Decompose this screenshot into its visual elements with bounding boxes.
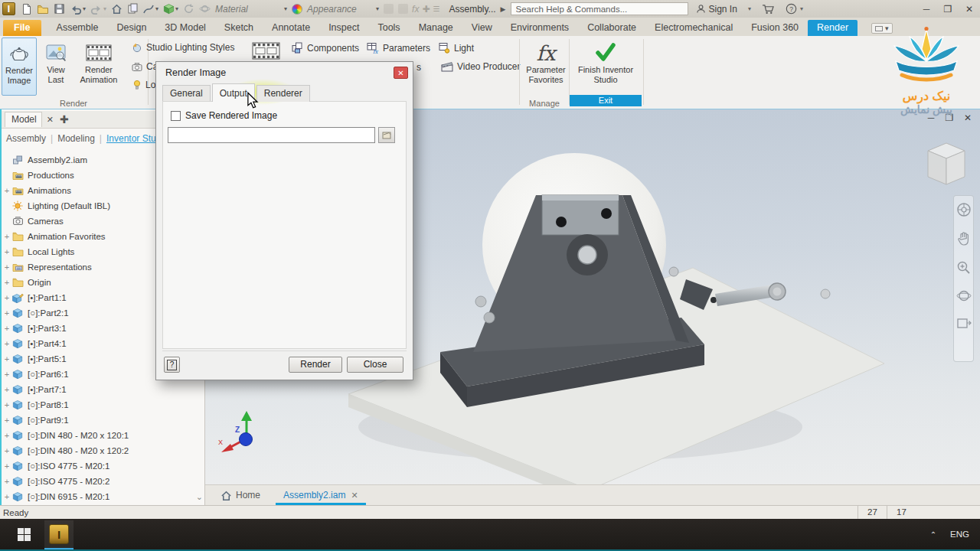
view-last-button[interactable]: View Last bbox=[38, 37, 74, 96]
tree-item[interactable]: +[•]:Part1:1 bbox=[2, 290, 67, 305]
expander-icon[interactable]: + bbox=[2, 247, 12, 256]
tree-item[interactable]: +[○]:Part2:1 bbox=[2, 305, 69, 321]
expander-icon[interactable]: + bbox=[2, 492, 12, 501]
expander-icon[interactable]: + bbox=[2, 232, 12, 241]
tree-item[interactable]: Lighting (Default IBL) bbox=[2, 198, 110, 214]
parameters-button[interactable]: fx Parameters bbox=[367, 42, 430, 54]
expander-icon[interactable]: + bbox=[2, 324, 12, 333]
orbit-icon[interactable] bbox=[956, 289, 972, 306]
tray-chevron-icon[interactable]: ⌃ bbox=[930, 530, 936, 539]
expander-icon[interactable]: + bbox=[2, 308, 12, 318]
view-cube[interactable] bbox=[925, 142, 968, 189]
cart-icon[interactable] bbox=[762, 4, 775, 15]
finish-inventor-studio-button[interactable]: Finish Inventor Studio bbox=[573, 37, 639, 96]
tree-item[interactable]: +[○]:DIN 480 - M20 x 120:1 bbox=[2, 428, 129, 443]
ribbon-tab-fusion-360[interactable]: Fusion 360 bbox=[742, 20, 808, 36]
tree-item[interactable]: +Representations bbox=[2, 259, 92, 275]
dialog-help-button[interactable]: ? bbox=[164, 357, 180, 373]
expander-icon[interactable]: + bbox=[2, 278, 12, 287]
ribbon-tab-design[interactable]: Design bbox=[107, 20, 155, 36]
tree-item[interactable]: +[○]:ISO 4775 - M20:2 bbox=[2, 474, 109, 489]
expand-title-icon[interactable]: ▶ bbox=[501, 5, 506, 13]
start-button[interactable] bbox=[8, 519, 40, 549]
ribbon-tab-manage[interactable]: Manage bbox=[410, 20, 462, 36]
local-light-button[interactable]: Lo bbox=[132, 80, 155, 90]
ribbon-tab-render[interactable]: Render bbox=[808, 20, 858, 36]
expander-icon[interactable]: + bbox=[2, 461, 12, 471]
expander-icon[interactable]: + bbox=[2, 293, 12, 302]
sign-in-button[interactable]: Sign In ▾ bbox=[696, 4, 751, 15]
expander-icon[interactable]: + bbox=[2, 385, 12, 394]
home-icon[interactable] bbox=[109, 2, 124, 17]
ribbon-tab-tools[interactable]: Tools bbox=[368, 20, 409, 36]
browse-button[interactable] bbox=[378, 127, 395, 143]
model-panel-tab[interactable]: Model bbox=[5, 112, 42, 127]
tab-modeling[interactable]: Modeling bbox=[53, 133, 100, 144]
tree-item[interactable]: Cameras bbox=[2, 214, 64, 229]
tree-item[interactable]: +[○]:ISO 4775 - M20:1 bbox=[2, 458, 109, 474]
close-panel-icon[interactable]: ✕ bbox=[47, 115, 54, 125]
material-combo[interactable]: Material ▾ bbox=[215, 2, 287, 16]
expander-icon[interactable]: + bbox=[2, 354, 12, 364]
dialog-render-button[interactable]: Render bbox=[289, 357, 342, 373]
expander-icon[interactable]: + bbox=[2, 431, 12, 440]
navigation-wheel-icon[interactable] bbox=[956, 202, 972, 220]
appearance-combo[interactable]: Appearance ▾ bbox=[307, 2, 379, 16]
look-at-icon[interactable] bbox=[956, 317, 972, 333]
tree-item[interactable]: +Animations bbox=[2, 183, 71, 198]
help-icon[interactable]: ? bbox=[786, 3, 797, 15]
ribbon-tab-inspect[interactable]: Inspect bbox=[319, 20, 368, 36]
spline-icon[interactable]: ▾ bbox=[141, 2, 160, 17]
restore-button[interactable]: ❐ bbox=[937, 4, 959, 15]
expander-icon[interactable]: + bbox=[2, 416, 12, 425]
save-icon[interactable] bbox=[52, 2, 67, 17]
ribbon-tab-3d-model[interactable]: 3D Model bbox=[155, 20, 215, 36]
scroll-down-icon[interactable]: ⌄ bbox=[196, 492, 203, 502]
video-producer-button[interactable]: Video Producer bbox=[441, 61, 521, 72]
expander-icon[interactable]: + bbox=[2, 446, 12, 455]
tree-item[interactable]: +[•]:Part3:1 bbox=[2, 321, 67, 336]
tree-item[interactable]: +[•]:Part5:1 bbox=[2, 351, 67, 367]
tree-item[interactable]: +Origin bbox=[2, 275, 51, 290]
expander-icon[interactable]: + bbox=[2, 186, 12, 195]
ribbon-tab-file[interactable]: File bbox=[3, 20, 41, 36]
close-button[interactable]: ✕ bbox=[959, 4, 980, 15]
tree-item[interactable]: +[○]:Part8:1 bbox=[2, 397, 69, 412]
expander-icon[interactable]: + bbox=[2, 262, 12, 272]
material-box-icon[interactable]: ▾ bbox=[162, 2, 180, 17]
add-panel-icon[interactable]: ✚ bbox=[60, 113, 69, 126]
inventor-logo[interactable]: I bbox=[2, 2, 15, 15]
taskbar-inventor-app[interactable]: I bbox=[44, 520, 74, 549]
tree-item[interactable]: +Local Lights bbox=[2, 244, 74, 259]
dialog-close-button[interactable]: ✕ bbox=[394, 67, 408, 79]
clipboard-icon[interactable] bbox=[126, 2, 139, 17]
ribbon-tab-collaborate[interactable]: Collaborate bbox=[578, 20, 645, 36]
parameter-favorites-button[interactable]: fx Parameter Favorites bbox=[524, 37, 568, 96]
ribbon-tab-assemble[interactable]: Assemble bbox=[47, 20, 108, 36]
render-image-button[interactable]: Render Image bbox=[2, 37, 37, 96]
tab-renderer[interactable]: Renderer bbox=[256, 85, 310, 102]
tree-item[interactable]: +[○]:DIN 480 - M20 x 120:2 bbox=[2, 443, 129, 458]
studio-lighting-styles-button[interactable]: Studio Lighting Styles bbox=[132, 42, 234, 53]
language-indicator[interactable]: ENG bbox=[950, 530, 969, 539]
tab-assembly[interactable]: Assembly bbox=[2, 133, 51, 144]
expander-icon[interactable]: + bbox=[2, 477, 12, 486]
open-icon[interactable] bbox=[35, 2, 51, 17]
render-animation-button[interactable]: Render Animation bbox=[75, 37, 122, 96]
ribbon-tab-electromechanical[interactable]: Electromechanical bbox=[645, 20, 742, 36]
save-rendered-image-checkbox[interactable] bbox=[171, 111, 181, 121]
ribbon-tab-sketch[interactable]: Sketch bbox=[215, 20, 263, 36]
search-input[interactable] bbox=[511, 2, 688, 15]
expander-icon[interactable]: + bbox=[2, 339, 12, 348]
zoom-icon[interactable] bbox=[956, 260, 971, 278]
tree-item[interactable]: +[•]:Part4:1 bbox=[2, 336, 67, 351]
ribbon-tab-annotate[interactable]: Annotate bbox=[263, 20, 319, 36]
light-button[interactable]: Light bbox=[439, 42, 474, 54]
tab-general[interactable]: General bbox=[162, 85, 211, 102]
camera-button[interactable]: Ca bbox=[132, 61, 158, 72]
tree-item[interactable]: +[○]:Part9:1 bbox=[2, 412, 69, 428]
minimize-button[interactable]: ─ bbox=[916, 4, 937, 15]
ribbon-tab-environments[interactable]: Environments bbox=[501, 20, 578, 36]
dialog-close-action-button[interactable]: Close bbox=[347, 357, 403, 373]
tree-item[interactable]: +[•]:Part7:1 bbox=[2, 382, 67, 397]
